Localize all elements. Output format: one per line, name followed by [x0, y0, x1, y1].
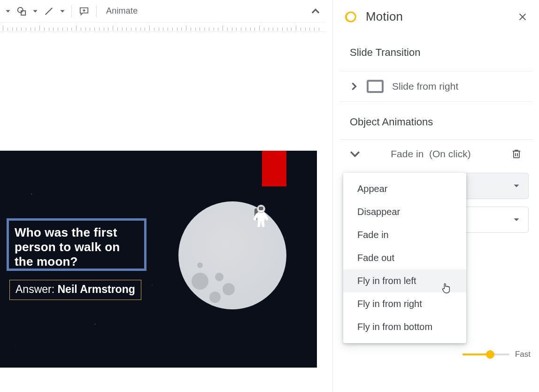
animation-speed-slider-row: Fast — [462, 350, 531, 359]
animation-option[interactable]: Appear — [343, 177, 466, 200]
animate-menu-button[interactable]: Animate — [101, 6, 142, 16]
question-text: Who was the first person to walk on the … — [15, 225, 120, 269]
slide-transition-heading: Slide Transition — [350, 46, 522, 59]
animation-type-dropdown-area: AppearDisappearFade inFade outFly in fro… — [343, 173, 529, 233]
svg-line-2 — [46, 8, 53, 15]
animation-option[interactable]: Fly in from right — [343, 292, 466, 315]
slide-transition-section: Slide Transition — [339, 31, 532, 71]
toolbar: Animate — [0, 0, 326, 23]
shape-tool-dropdown-arrow[interactable] — [31, 8, 39, 14]
red-rectangle-shape[interactable] — [262, 151, 286, 186]
motion-panel: Motion Slide Transition Slide from right… — [332, 0, 539, 392]
horizontal-ruler: // ruler ticks are purely decorative — [0, 23, 326, 32]
object-animations-heading: Object Animations — [350, 116, 522, 128]
panel-header: Motion — [333, 0, 539, 31]
slide-icon — [367, 80, 384, 93]
moon-crater — [209, 292, 221, 303]
slide[interactable]: Who was the first person to walk on the … — [0, 151, 317, 368]
svg-point-0 — [18, 7, 23, 12]
dropdown-arrow-icon — [513, 216, 520, 223]
animation-option[interactable]: Fade in — [343, 223, 466, 246]
moon-crater — [192, 273, 208, 290]
chevron-right-icon — [350, 82, 358, 91]
collapse-toolbar-button[interactable] — [308, 4, 323, 19]
motion-icon — [343, 10, 357, 24]
comment-button[interactable] — [77, 4, 92, 19]
slide-canvas-area[interactable]: Who was the first person to walk on the … — [0, 32, 326, 392]
animation-speed-slider[interactable] — [462, 354, 509, 355]
animation-summary-trigger: (On click) — [429, 148, 471, 159]
chevron-down-icon — [350, 149, 360, 159]
transition-row[interactable]: Slide from right — [339, 71, 532, 101]
animation-summary-name: Fade in — [391, 148, 424, 159]
object-animations-section: Object Animations — [339, 101, 532, 139]
delete-animation-button[interactable] — [511, 148, 522, 160]
answer-value: Neil Armstrong — [57, 283, 135, 295]
animation-summary: Fade in (On click) — [370, 148, 501, 160]
animation-item-row[interactable]: Fade in (On click) — [339, 139, 532, 168]
moon-shape[interactable] — [178, 201, 286, 309]
slider-thumb[interactable] — [486, 350, 494, 359]
line-tool-dropdown-arrow[interactable] — [58, 8, 67, 14]
moon-crater — [197, 262, 203, 268]
svg-rect-8 — [514, 151, 519, 158]
dropdown-arrow-icon — [513, 183, 520, 189]
question-text-box[interactable]: Who was the first person to walk on the … — [7, 218, 146, 271]
toolbar-separator — [71, 5, 72, 17]
pointer-cursor-icon — [441, 282, 451, 294]
panel-title: Motion — [366, 9, 403, 24]
close-panel-button[interactable] — [516, 11, 529, 23]
animation-option[interactable]: Fade out — [343, 246, 466, 269]
animation-option[interactable]: Disappear — [343, 200, 466, 223]
answer-text-box[interactable]: Answer: Neil Armstrong — [9, 280, 141, 300]
answer-label: Answer: — [15, 283, 57, 295]
moon-crater — [223, 283, 235, 295]
astronaut-image[interactable] — [253, 205, 270, 227]
toolbar-separator — [96, 5, 97, 17]
transition-name: Slide from right — [392, 81, 458, 92]
animation-option[interactable]: Fly in from bottom — [343, 315, 466, 338]
slider-fast-label: Fast — [515, 350, 531, 359]
animation-type-dropdown-list: AppearDisappearFade inFade outFly in fro… — [343, 173, 466, 343]
shape-tool-button[interactable] — [14, 4, 29, 19]
svg-point-5 — [346, 12, 355, 22]
moon-crater — [215, 273, 223, 281]
toolbar-dropdown-1-arrow[interactable] — [4, 8, 12, 14]
line-tool-button[interactable] — [41, 4, 56, 19]
